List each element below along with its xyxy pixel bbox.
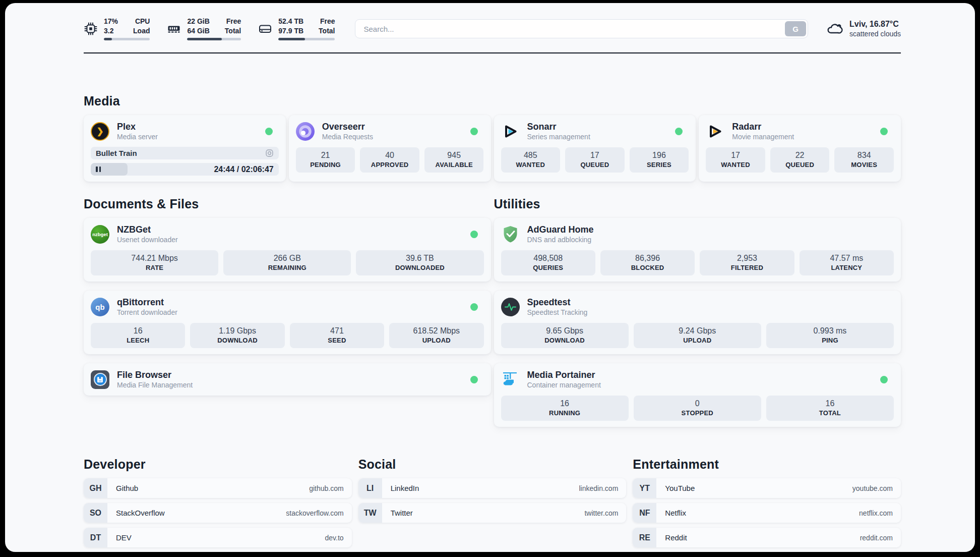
app-subtitle: Series management	[527, 133, 590, 142]
plex-icon: ❯	[91, 122, 109, 141]
link-label: Reddit	[665, 533, 687, 542]
memory-stat: 22 GiB 64 GiB Free Total	[167, 17, 241, 40]
speedtest-icon	[501, 298, 520, 316]
memory-icon	[167, 22, 181, 36]
search-input[interactable]	[355, 19, 808, 38]
memory-total-label: Total	[225, 27, 241, 36]
cpu-usage-value: 17%	[104, 17, 118, 26]
link-prefix: TW	[358, 503, 382, 523]
status-online-dot	[265, 128, 273, 135]
section-title-social: Social	[358, 457, 627, 472]
app-subtitle: Media Requests	[322, 133, 373, 142]
app-title: Radarr	[732, 121, 794, 133]
app-card-adguard[interactable]: AdGuard Home DNS and adblocking 498,508 …	[494, 218, 901, 282]
status-online-dot	[470, 376, 478, 383]
stat-pill: 0.993 ms PING	[766, 323, 894, 348]
disk-stat: 52.4 TB 97.9 TB Free Total	[258, 17, 335, 40]
stat-pill: 22 QUEUED	[770, 147, 830, 173]
stat-pill: 196 SERIES	[630, 147, 689, 173]
stat-pill: 16 TOTAL	[766, 396, 894, 421]
now-playing-title: Bullet Train	[96, 149, 137, 157]
app-subtitle: DNS and adblocking	[527, 236, 594, 245]
link-label: Netflix	[665, 509, 686, 517]
link-url: linkedin.com	[579, 484, 627, 492]
adguard-icon	[501, 225, 520, 244]
floppy-icon	[97, 376, 103, 383]
status-online-dot	[675, 128, 683, 135]
header-bar: 17% 3.2 CPU Load	[84, 17, 901, 40]
link-prefix: LI	[358, 478, 382, 498]
app-card-qbittorrent[interactable]: qb qBittorrent Torrent downloader 16 LEE…	[84, 291, 491, 354]
cpu-load-label: Load	[133, 27, 150, 36]
stat-pill: 17 QUEUED	[565, 147, 625, 173]
status-online-dot	[470, 128, 478, 135]
stat-pill: 39.6 TB DOWNLOADED	[356, 250, 483, 275]
stat-pill: 9.24 Gbps UPLOAD	[634, 323, 761, 348]
link-linkedin[interactable]: LI LinkedIn linkedin.com	[358, 478, 627, 498]
app-card-portainer[interactable]: Media Portainer Container management 16 …	[494, 363, 901, 427]
link-stackoverflow[interactable]: SO StackOverflow stackoverflow.com	[84, 503, 352, 523]
disk-free-label: Free	[319, 17, 335, 26]
link-label: Github	[116, 484, 138, 492]
disk-total-value: 97.9 TB	[278, 27, 303, 36]
weather-location-temp: Lviv, 16.87°C	[849, 19, 901, 30]
app-subtitle: Media server	[117, 133, 158, 142]
link-url: stackoverflow.com	[286, 509, 351, 517]
dashboard-panel: 17% 3.2 CPU Load	[5, 3, 975, 552]
app-subtitle: Movie management	[732, 133, 794, 142]
link-prefix: YT	[633, 478, 656, 498]
app-card-radarr[interactable]: Radarr Movie management 17 WANTED 22 QUE…	[699, 115, 901, 182]
app-card-overseerr[interactable]: Overseerr Media Requests 21 PENDING 40 A…	[289, 115, 491, 182]
portainer-icon	[501, 370, 520, 389]
stat-pill: 9.65 Gbps DOWNLOAD	[501, 323, 629, 348]
app-title: qBittorrent	[117, 297, 177, 308]
link-twitter[interactable]: TW Twitter twitter.com	[358, 503, 627, 523]
stat-pill: 945 AVAILABLE	[424, 147, 484, 173]
link-url: youtube.com	[852, 484, 901, 492]
cpu-progress-bar	[104, 38, 150, 40]
weather-condition: scattered clouds	[849, 29, 901, 38]
stat-pill: 0 STOPPED	[634, 396, 761, 421]
link-url: twitter.com	[584, 509, 626, 517]
stat-pill: 40 APPROVED	[360, 147, 419, 173]
app-card-sonarr[interactable]: Sonarr Series management 485 WANTED 17 Q…	[494, 115, 696, 182]
link-github[interactable]: GH Github github.com	[84, 478, 352, 498]
pause-icon[interactable]	[96, 166, 101, 172]
status-online-dot	[880, 376, 888, 383]
cpu-icon	[84, 22, 98, 36]
session-screen-icon	[265, 149, 274, 157]
stat-pill: 834 MOVIES	[834, 147, 894, 173]
link-netflix[interactable]: NF Netflix netflix.com	[633, 503, 901, 523]
link-prefix: GH	[84, 478, 107, 498]
search-bar: G	[355, 19, 808, 38]
app-card-nzbget[interactable]: nzbget NZBGet Usenet downloader 744.21 M…	[84, 218, 491, 282]
app-card-speedtest[interactable]: Speedtest Speedtest Tracking 9.65 Gbps D…	[494, 291, 901, 354]
link-dev[interactable]: DT DEV dev.to	[84, 528, 352, 547]
search-engine-button[interactable]: G	[785, 21, 806, 36]
stat-pill: 471 SEED	[290, 323, 384, 348]
link-reddit[interactable]: RE Reddit reddit.com	[633, 528, 901, 547]
app-subtitle: Media File Management	[117, 381, 193, 390]
status-online-dot	[470, 303, 478, 311]
stat-pill: 17 WANTED	[706, 147, 765, 173]
stat-pill: 618.52 Mbps UPLOAD	[389, 323, 483, 348]
section-title-developer: Developer	[84, 457, 352, 472]
app-subtitle: Container management	[527, 381, 601, 390]
stat-pill: 1.19 Gbps DOWNLOAD	[190, 323, 284, 348]
disk-progress-bar	[278, 38, 335, 40]
playback-progress-row: 24:44 / 02:06:47	[91, 163, 279, 176]
overseerr-icon	[296, 122, 315, 141]
link-url: reddit.com	[860, 534, 901, 542]
link-label: YouTube	[665, 484, 695, 492]
weather-widget[interactable]: Lviv, 16.87°C scattered clouds	[825, 19, 901, 39]
memory-free-label: Free	[225, 17, 241, 26]
section-title-media: Media	[84, 94, 901, 108]
app-card-filebrowser[interactable]: File Browser Media File Management	[84, 363, 491, 396]
qbittorrent-icon: qb	[91, 298, 109, 316]
memory-progress-bar	[187, 38, 241, 40]
app-title: Media Portainer	[527, 369, 601, 381]
link-prefix: NF	[633, 503, 656, 523]
link-url: netflix.com	[859, 509, 901, 517]
link-youtube[interactable]: YT YouTube youtube.com	[633, 478, 901, 498]
app-card-plex[interactable]: ❯ Plex Media server Bullet Train	[84, 115, 286, 182]
